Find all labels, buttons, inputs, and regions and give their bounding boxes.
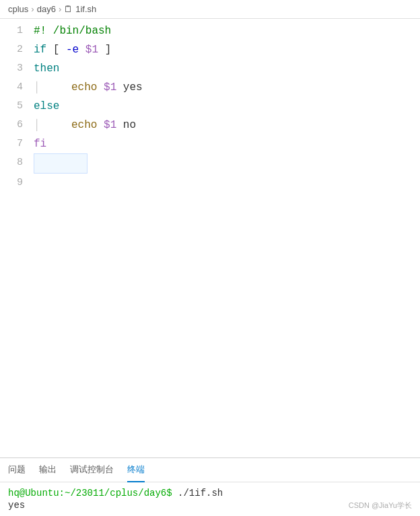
- token: $1: [104, 119, 116, 131]
- code-line-1: 1#! /bin/bash: [0, 22, 420, 40]
- line-content-3[interactable]: then: [34, 59, 420, 78]
- code-line-2: 2if [ -e $1 ]: [0, 40, 420, 59]
- breadcrumb: cplus › day6 › 🗒 1if.sh: [0, 0, 420, 19]
- line-content-4[interactable]: │ echo $1 yes: [34, 78, 420, 97]
- breadcrumb-item-cplus[interactable]: cplus: [8, 4, 28, 14]
- breadcrumb-sep-2: ›: [59, 4, 61, 14]
- watermark: CSDN @JiaYu学长: [349, 501, 412, 511]
- token: $1: [85, 44, 98, 56]
- token: no: [116, 119, 136, 131]
- token: then: [34, 63, 59, 75]
- tab-输出[interactable]: 输出: [39, 458, 57, 482]
- editor[interactable]: 1#! /bin/bash2if [ -e $1 ]3then4│ echo $…: [0, 19, 420, 457]
- terminal-command: ./1if.sh: [172, 488, 223, 499]
- code-line-6: 6│ echo $1 no: [0, 116, 420, 135]
- line-number-8: 8: [0, 153, 34, 172]
- line-number-5: 5: [0, 97, 34, 116]
- line-content-6[interactable]: │ echo $1 no: [34, 116, 420, 135]
- line-content-2[interactable]: if [ -e $1 ]: [34, 40, 420, 59]
- token: echo: [46, 119, 104, 131]
- line-number-1: 1: [0, 22, 34, 40]
- line-number-4: 4: [0, 78, 34, 97]
- token: $1: [104, 81, 116, 94]
- token: #! /bin/bash: [34, 25, 111, 37]
- breadcrumb-sep-1: ›: [31, 4, 34, 14]
- breadcrumb-item-day6[interactable]: day6: [37, 4, 56, 14]
- token: ]: [98, 44, 111, 56]
- token: │: [34, 119, 40, 131]
- line-number-2: 2: [0, 40, 34, 59]
- line-number-3: 3: [0, 59, 34, 78]
- token: echo: [46, 81, 104, 94]
- code-line-3: 3then: [0, 59, 420, 78]
- terminal-content[interactable]: hq@Ubuntu:~/23011/cplus/day6$ ./1if.sh y…: [0, 482, 420, 516]
- line-number-7: 7: [0, 135, 34, 153]
- terminal-prompt: hq@Ubuntu:~/23011/cplus/day6$: [8, 488, 172, 499]
- breadcrumb-item-file[interactable]: 1if.sh: [75, 4, 96, 14]
- terminal-line: hq@Ubuntu:~/23011/cplus/day6$ ./1if.sh: [8, 488, 412, 499]
- code-line-8: 8: [0, 153, 420, 174]
- line-content-8[interactable]: [34, 153, 420, 174]
- tab-终端[interactable]: 终端: [127, 458, 145, 482]
- code-line-9: 9: [0, 174, 420, 192]
- token: else: [34, 100, 59, 112]
- line-content-7[interactable]: fi: [34, 135, 420, 153]
- line-number-6: 6: [0, 116, 34, 135]
- line-content-1[interactable]: #! /bin/bash: [34, 22, 420, 40]
- token: if: [34, 44, 46, 56]
- token: [: [46, 44, 66, 56]
- code-line-4: 4│ echo $1 yes: [0, 78, 420, 97]
- line-content-5[interactable]: else: [34, 97, 420, 116]
- tab-bar: 问题输出调试控制台终端: [0, 458, 420, 482]
- token: -e: [66, 44, 79, 56]
- code-line-7: 7fi: [0, 135, 420, 153]
- tab-问题[interactable]: 问题: [8, 458, 26, 482]
- token: yes: [116, 81, 142, 94]
- line-number-9: 9: [0, 174, 34, 192]
- tab-调试控制台[interactable]: 调试控制台: [70, 458, 114, 482]
- token: │: [34, 81, 40, 94]
- breadcrumb-file-icon: 🗒: [64, 4, 73, 14]
- token: [79, 44, 85, 56]
- code-line-5: 5else: [0, 97, 420, 116]
- token: fi: [34, 138, 46, 150]
